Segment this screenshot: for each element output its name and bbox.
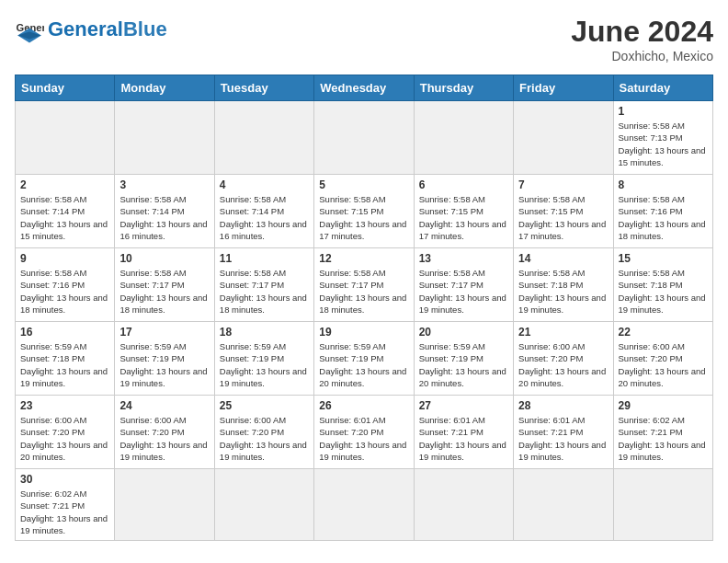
calendar-cell: 28Sunrise: 6:01 AMSunset: 7:21 PMDayligh… <box>514 396 613 469</box>
day-info: Sunrise: 5:58 AMSunset: 7:15 PMDaylight:… <box>419 193 508 242</box>
day-number: 20 <box>419 326 508 339</box>
weekday-header-monday: Monday <box>115 75 214 101</box>
calendar-cell: 16Sunrise: 5:59 AMSunset: 7:18 PMDayligh… <box>16 322 115 396</box>
day-number: 14 <box>518 252 608 265</box>
day-number: 17 <box>119 326 209 339</box>
day-number: 12 <box>319 252 408 265</box>
calendar-cell: 21Sunrise: 6:00 AMSunset: 7:20 PMDayligh… <box>514 322 613 396</box>
day-info: Sunrise: 5:58 AMSunset: 7:14 PMDaylight:… <box>119 193 209 242</box>
calendar-cell: 6Sunrise: 5:58 AMSunset: 7:15 PMDaylight… <box>414 175 513 248</box>
day-number: 24 <box>119 399 209 412</box>
calendar-cell: 11Sunrise: 5:58 AMSunset: 7:17 PMDayligh… <box>214 248 313 322</box>
calendar-table: SundayMondayTuesdayWednesdayThursdayFrid… <box>15 75 713 541</box>
day-info: Sunrise: 5:58 AMSunset: 7:17 PMDaylight:… <box>220 267 309 316</box>
calendar-cell <box>115 101 214 175</box>
calendar-cell: 19Sunrise: 5:59 AMSunset: 7:19 PMDayligh… <box>314 322 414 396</box>
calendar-cell: 7Sunrise: 5:58 AMSunset: 7:15 PMDaylight… <box>514 175 613 248</box>
day-info: Sunrise: 6:00 AMSunset: 7:20 PMDaylight:… <box>220 414 309 463</box>
logo-text: GeneralBlue <box>48 17 167 41</box>
calendar-cell: 12Sunrise: 5:58 AMSunset: 7:17 PMDayligh… <box>314 248 414 322</box>
calendar-cell: 1Sunrise: 5:58 AMSunset: 7:13 PMDaylight… <box>613 101 712 175</box>
logo-icon: General <box>15 15 44 44</box>
day-number: 3 <box>119 178 209 191</box>
calendar-cell: 20Sunrise: 5:59 AMSunset: 7:19 PMDayligh… <box>414 322 513 396</box>
day-info: Sunrise: 6:01 AMSunset: 7:20 PMDaylight:… <box>319 414 408 463</box>
calendar-cell <box>214 101 313 175</box>
day-number: 25 <box>220 399 309 412</box>
day-info: Sunrise: 5:58 AMSunset: 7:14 PMDaylight:… <box>20 193 109 242</box>
calendar-cell: 24Sunrise: 6:00 AMSunset: 7:20 PMDayligh… <box>115 396 214 469</box>
day-info: Sunrise: 6:02 AMSunset: 7:21 PMDaylight:… <box>619 414 708 463</box>
day-info: Sunrise: 6:01 AMSunset: 7:21 PMDaylight:… <box>518 414 608 463</box>
logo-general: General <box>48 17 123 40</box>
day-info: Sunrise: 5:58 AMSunset: 7:15 PMDaylight:… <box>518 193 608 242</box>
calendar-cell: 10Sunrise: 5:58 AMSunset: 7:17 PMDayligh… <box>115 248 214 322</box>
day-info: Sunrise: 5:58 AMSunset: 7:17 PMDaylight:… <box>319 267 408 316</box>
day-number: 29 <box>619 399 708 412</box>
calendar-cell: 18Sunrise: 5:59 AMSunset: 7:19 PMDayligh… <box>214 322 313 396</box>
weekday-header-friday: Friday <box>514 75 613 101</box>
weekday-header-thursday: Thursday <box>414 75 513 101</box>
day-number: 15 <box>619 252 708 265</box>
svg-marker-2 <box>17 31 41 39</box>
day-info: Sunrise: 6:00 AMSunset: 7:20 PMDaylight:… <box>619 340 708 389</box>
calendar-cell <box>16 101 115 175</box>
day-number: 6 <box>419 178 508 191</box>
day-info: Sunrise: 5:58 AMSunset: 7:18 PMDaylight:… <box>619 267 708 316</box>
calendar-cell: 5Sunrise: 5:58 AMSunset: 7:15 PMDaylight… <box>314 175 414 248</box>
calendar-cell <box>613 469 712 541</box>
calendar-cell: 29Sunrise: 6:02 AMSunset: 7:21 PMDayligh… <box>613 396 712 469</box>
weekday-header-wednesday: Wednesday <box>314 75 414 101</box>
weekday-header-tuesday: Tuesday <box>214 75 313 101</box>
day-number: 1 <box>619 105 708 118</box>
day-info: Sunrise: 5:59 AMSunset: 7:19 PMDaylight:… <box>119 340 209 389</box>
day-info: Sunrise: 5:58 AMSunset: 7:15 PMDaylight:… <box>319 193 408 242</box>
calendar-cell: 25Sunrise: 6:00 AMSunset: 7:20 PMDayligh… <box>214 396 313 469</box>
calendar-cell <box>514 101 613 175</box>
calendar-cell <box>514 469 613 541</box>
weekday-header-sunday: Sunday <box>16 75 115 101</box>
day-number: 26 <box>319 399 408 412</box>
calendar-cell: 17Sunrise: 5:59 AMSunset: 7:19 PMDayligh… <box>115 322 214 396</box>
day-info: Sunrise: 5:59 AMSunset: 7:18 PMDaylight:… <box>20 340 109 389</box>
calendar-cell: 8Sunrise: 5:58 AMSunset: 7:16 PMDaylight… <box>613 175 712 248</box>
day-info: Sunrise: 5:58 AMSunset: 7:14 PMDaylight:… <box>220 193 309 242</box>
day-info: Sunrise: 6:00 AMSunset: 7:20 PMDaylight:… <box>20 414 109 463</box>
day-number: 5 <box>319 178 408 191</box>
day-info: Sunrise: 6:02 AMSunset: 7:21 PMDaylight:… <box>20 488 109 536</box>
calendar-cell: 14Sunrise: 5:58 AMSunset: 7:18 PMDayligh… <box>514 248 613 322</box>
day-number: 2 <box>20 178 109 191</box>
calendar-cell: 13Sunrise: 5:58 AMSunset: 7:17 PMDayligh… <box>414 248 513 322</box>
week-row-1: 1Sunrise: 5:58 AMSunset: 7:13 PMDaylight… <box>16 101 713 175</box>
weekday-header-row: SundayMondayTuesdayWednesdayThursdayFrid… <box>16 75 713 101</box>
calendar-cell <box>414 101 513 175</box>
calendar-cell: 2Sunrise: 5:58 AMSunset: 7:14 PMDaylight… <box>16 175 115 248</box>
calendar-cell: 23Sunrise: 6:00 AMSunset: 7:20 PMDayligh… <box>16 396 115 469</box>
day-number: 10 <box>119 252 209 265</box>
day-info: Sunrise: 6:00 AMSunset: 7:20 PMDaylight:… <box>119 414 209 463</box>
day-number: 21 <box>518 326 608 339</box>
day-number: 9 <box>20 252 109 265</box>
day-number: 22 <box>619 326 708 339</box>
weekday-header-saturday: Saturday <box>613 75 712 101</box>
day-info: Sunrise: 5:59 AMSunset: 7:19 PMDaylight:… <box>419 340 508 389</box>
day-number: 8 <box>619 178 708 191</box>
day-info: Sunrise: 5:58 AMSunset: 7:17 PMDaylight:… <box>119 267 209 316</box>
page-header: General GeneralBlue June 2024 Doxhicho, … <box>15 15 713 63</box>
week-row-6: 30Sunrise: 6:02 AMSunset: 7:21 PMDayligh… <box>16 469 713 541</box>
day-info: Sunrise: 6:00 AMSunset: 7:20 PMDaylight:… <box>518 340 608 389</box>
day-info: Sunrise: 5:58 AMSunset: 7:17 PMDaylight:… <box>419 267 508 316</box>
week-row-5: 23Sunrise: 6:00 AMSunset: 7:20 PMDayligh… <box>16 396 713 469</box>
day-number: 23 <box>20 399 109 412</box>
day-number: 16 <box>20 326 109 339</box>
calendar-cell: 30Sunrise: 6:02 AMSunset: 7:21 PMDayligh… <box>16 469 115 541</box>
month-year: June 2024 <box>571 15 713 49</box>
calendar-cell: 15Sunrise: 5:58 AMSunset: 7:18 PMDayligh… <box>613 248 712 322</box>
day-info: Sunrise: 5:59 AMSunset: 7:19 PMDaylight:… <box>220 340 309 389</box>
location: Doxhicho, Mexico <box>571 49 713 63</box>
week-row-4: 16Sunrise: 5:59 AMSunset: 7:18 PMDayligh… <box>16 322 713 396</box>
day-info: Sunrise: 5:58 AMSunset: 7:18 PMDaylight:… <box>518 267 608 316</box>
calendar-cell <box>414 469 513 541</box>
calendar-cell <box>214 469 313 541</box>
week-row-2: 2Sunrise: 5:58 AMSunset: 7:14 PMDaylight… <box>16 175 713 248</box>
